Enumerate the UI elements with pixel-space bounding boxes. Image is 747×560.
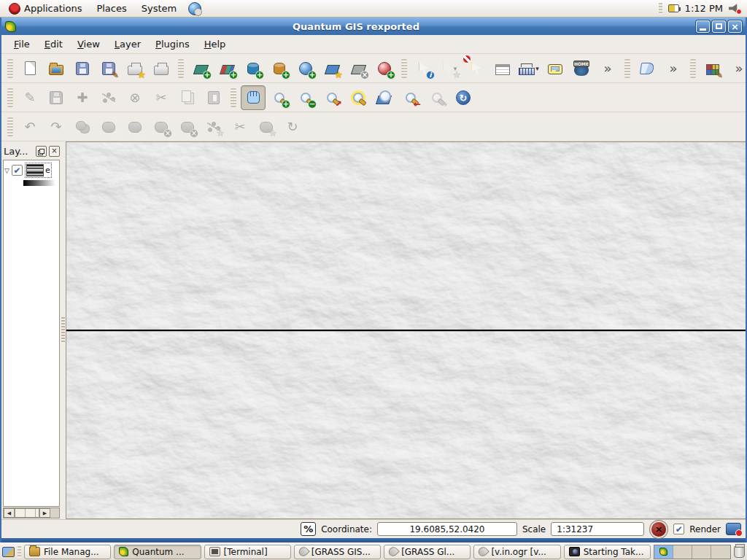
web-browser-globe-icon[interactable] (188, 2, 201, 15)
scroll-left-button[interactable]: ◀ (4, 508, 15, 518)
task-grass-gis-2[interactable]: [GRASS Gl... (384, 545, 471, 559)
float-panel-button[interactable] (36, 146, 47, 157)
refresh-map-button[interactable]: ↻ (451, 85, 476, 110)
maximize-button[interactable] (712, 20, 726, 33)
toolbar-grip[interactable] (624, 59, 630, 78)
add-wfs-layer-button[interactable]: + (372, 56, 397, 81)
zoom-in-button[interactable]: + (267, 85, 292, 110)
node-tool-button[interactable] (96, 85, 121, 110)
places-menu[interactable]: Places (90, 1, 132, 15)
menu-plugins[interactable]: Plugins (149, 36, 196, 52)
toolbar-overflow-button[interactable]: » (595, 56, 620, 81)
layers-scrollbar[interactable]: ◀ ▶ (3, 508, 60, 518)
identify-features-button[interactable]: i (411, 56, 436, 81)
zoom-to-selection-button[interactable] (346, 85, 371, 110)
show-desktop-icon[interactable] (2, 547, 15, 557)
layer-visibility-checkbox[interactable]: ✔ (12, 165, 23, 176)
workspace-2[interactable] (673, 545, 692, 559)
add-wms-layer-button[interactable]: + (293, 56, 318, 81)
workspace-1[interactable] (654, 545, 673, 559)
print-button[interactable] (149, 56, 174, 81)
clock[interactable]: 1:12 PM (685, 3, 723, 14)
titlebar[interactable]: Quantum GIS rexported × (1, 18, 746, 35)
cut-features-button[interactable]: ✂ (149, 85, 174, 110)
workspace-3[interactable] (692, 545, 711, 559)
menu-layer[interactable]: Layer (108, 36, 147, 52)
task-terminal[interactable]: [Terminal] (204, 545, 291, 559)
add-postgis-layer-button[interactable]: + (241, 56, 266, 81)
move-feature-button[interactable]: ✚ (70, 85, 95, 110)
save-project-button[interactable] (70, 56, 95, 81)
save-project-as-button[interactable]: ✎ (96, 56, 121, 81)
select-features-button[interactable]: ★▾ (438, 56, 462, 81)
toolbar-grip[interactable] (690, 59, 696, 78)
add-part-button[interactable]: ○ (123, 114, 147, 139)
toolbar-grip[interactable] (7, 117, 13, 136)
minimize-button[interactable] (696, 20, 710, 33)
menu-file[interactable]: File (7, 36, 36, 52)
tray-handle[interactable] (659, 3, 662, 15)
paste-features-button[interactable] (201, 85, 226, 110)
task-v-in-ogr[interactable]: [v.in.ogr [v... (473, 545, 560, 559)
add-spatialite-layer-button[interactable]: + (267, 56, 292, 81)
workspace-4[interactable] (711, 545, 730, 559)
remove-layer-button[interactable]: × (346, 56, 371, 81)
scale-input[interactable]: 1:31237 (551, 522, 644, 536)
volume-muted-icon[interactable] (729, 4, 740, 13)
merge-features-button[interactable]: ★ (254, 114, 279, 139)
task-file-manager[interactable]: File Manag... (24, 545, 111, 559)
open-project-button[interactable] (44, 56, 69, 81)
undo-button[interactable]: ↶ (18, 114, 42, 139)
system-menu[interactable]: System (136, 1, 182, 15)
save-edits-button[interactable] (44, 85, 69, 110)
task-quantum-gis[interactable]: Quantum ... (114, 545, 201, 559)
delete-part-button[interactable]: × (175, 114, 200, 139)
menu-view[interactable]: View (71, 36, 107, 52)
delete-selected-button[interactable]: ⊗ (123, 85, 147, 110)
toggle-editing-button[interactable]: ✎ (18, 85, 42, 110)
pan-map-button[interactable] (241, 85, 266, 110)
battery-icon[interactable] (668, 4, 679, 12)
toolbar-overflow-button[interactable]: » (661, 56, 686, 81)
add-ring-button[interactable]: ◇ (96, 114, 121, 139)
measure-button[interactable]: ▾ (516, 56, 541, 81)
applications-menu[interactable]: Applications (3, 1, 88, 16)
toolbar-overflow-button[interactable]: » (727, 56, 747, 81)
copy-features-button[interactable] (175, 85, 200, 110)
projection-status-icon[interactable] (726, 523, 741, 535)
layer-selection[interactable]: e (25, 163, 52, 178)
rotate-point-symbols-button[interactable]: ↻ (280, 114, 305, 139)
scroll-right-button[interactable]: ▶ (39, 508, 50, 518)
zoom-to-layer-button[interactable] (372, 85, 397, 110)
close-button[interactable]: × (728, 20, 742, 33)
map-canvas[interactable] (66, 141, 746, 519)
stop-render-button[interactable]: × (651, 522, 666, 537)
add-raster-layer-button[interactable]: + (214, 56, 239, 81)
close-panel-button[interactable]: × (49, 146, 60, 157)
new-vector-layer-button[interactable]: ★ (320, 56, 344, 81)
zoom-full-button[interactable]: ↗ (320, 85, 344, 110)
print-composer-button[interactable]: ★ (123, 56, 147, 81)
deselect-features-button[interactable] (464, 56, 489, 81)
menu-edit[interactable]: Edit (38, 36, 69, 52)
new-project-button[interactable] (18, 56, 42, 81)
panel-splitter[interactable] (61, 141, 66, 519)
grass-edit-button[interactable]: ✎ (700, 56, 725, 81)
toolbar-grip[interactable] (7, 59, 13, 78)
map-tips-button[interactable] (543, 56, 568, 81)
reshape-features-button[interactable]: ★ (201, 114, 226, 139)
help-contents-button[interactable] (635, 56, 659, 81)
expander-icon[interactable]: ▽ (4, 167, 9, 174)
task-grass-gis-1[interactable]: [GRASS GIS... (294, 545, 381, 559)
toolbar-grip[interactable] (231, 88, 236, 107)
trash-icon[interactable] (734, 546, 745, 558)
coordinate-input[interactable]: 19.6085,52.0420 (377, 522, 517, 536)
toolbar-grip[interactable] (7, 88, 13, 107)
zoom-last-button[interactable]: ← (398, 85, 423, 110)
redo-button[interactable]: ↷ (44, 114, 69, 139)
menu-help[interactable]: Help (198, 36, 233, 52)
zoom-out-button[interactable]: − (293, 85, 318, 110)
delete-ring-button[interactable]: × (149, 114, 174, 139)
scroll-thumb[interactable] (15, 508, 39, 518)
zoom-full-extent-home-button[interactable]: HOME (569, 56, 594, 81)
